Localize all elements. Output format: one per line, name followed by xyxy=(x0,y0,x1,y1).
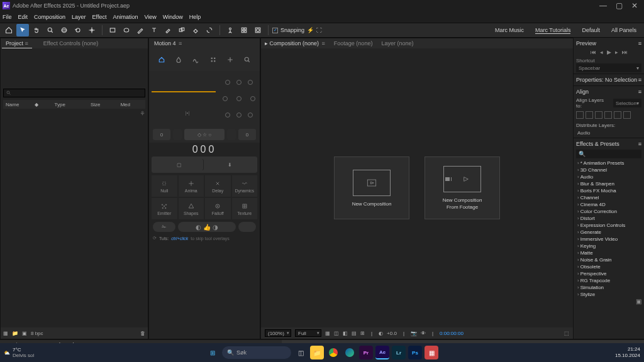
photoshop-icon[interactable]: Ps xyxy=(408,346,422,359)
motion-step-left[interactable] xyxy=(173,129,182,140)
viewer-opt-2[interactable]: ◫ xyxy=(334,331,339,336)
viewer-3d-icon[interactable]: ⬚ xyxy=(564,331,569,336)
motion-tool-emitter[interactable]: Emitter xyxy=(152,198,177,219)
close-button[interactable]: ✕ xyxy=(631,1,638,10)
motion-dot[interactable] xyxy=(223,96,228,101)
taskbar-clock[interactable]: 21:24 15.10.2024 xyxy=(615,346,640,358)
ellipse-tool[interactable] xyxy=(120,24,133,36)
viewer-opt-3[interactable]: ◧ xyxy=(343,331,348,336)
motion-step-right[interactable] xyxy=(227,129,236,140)
motion-tool-falloff[interactable]: Falloff xyxy=(205,198,231,219)
audio-label[interactable]: Audio xyxy=(576,129,641,136)
task-view-icon[interactable]: ◫ xyxy=(294,346,308,359)
effect-cat[interactable]: Obsolete xyxy=(576,263,641,270)
effect-cat[interactable]: Audio xyxy=(576,173,641,180)
shortcut-dropdown[interactable]: Spacebar▾ xyxy=(576,63,641,72)
effect-cat[interactable]: Keying xyxy=(576,243,641,250)
maximize-button[interactable]: ▢ xyxy=(616,1,623,10)
goto-start-icon[interactable]: ⏮ xyxy=(591,49,596,55)
motion-dot[interactable] xyxy=(236,80,242,85)
taskbar-weather[interactable]: ⛅ 7°CDelvis sol xyxy=(4,347,34,358)
workspace-all-panels[interactable]: All Panels xyxy=(611,27,636,34)
effect-cat[interactable]: Generate xyxy=(576,229,641,236)
tab-footage[interactable]: Footage (none) xyxy=(334,40,373,47)
edge-icon[interactable] xyxy=(343,346,357,359)
motion-tool-shapes[interactable]: Shapes xyxy=(179,198,204,219)
align-hcenter-icon[interactable] xyxy=(586,111,593,119)
menu-layer[interactable]: Layer xyxy=(72,14,86,20)
new-folder-icon[interactable]: 📁 xyxy=(12,331,18,336)
motion-pill-2[interactable]: ◐ 👍 ◑ xyxy=(178,222,236,232)
effect-cat[interactable]: Color Correction xyxy=(576,208,641,215)
menu-effect[interactable]: Effect xyxy=(92,14,107,20)
trash-icon[interactable]: 🗑 xyxy=(140,331,145,336)
eraser-tool[interactable] xyxy=(189,24,202,36)
menu-animation[interactable]: Animation xyxy=(113,14,138,20)
effect-cat[interactable]: Expression Controls xyxy=(576,222,641,229)
effect-cat[interactable]: 3D Channel xyxy=(576,167,641,173)
motion-tool-null[interactable]: Null xyxy=(152,175,177,197)
effect-cat[interactable]: Immersive Video xyxy=(576,236,641,243)
tab-motion4[interactable]: Motion 4 ≡ xyxy=(150,39,186,48)
motion-dot[interactable] xyxy=(225,80,230,85)
properties-menu-icon[interactable]: ≡ xyxy=(638,77,641,83)
motion-home-icon[interactable] xyxy=(155,53,169,67)
workspace-marc-music[interactable]: Marc Music xyxy=(495,27,524,34)
puppet-tool[interactable] xyxy=(224,24,236,36)
project-search[interactable] xyxy=(3,89,145,97)
interpret-icon[interactable]: ▦ xyxy=(3,331,8,336)
motion-tool-dynamics[interactable]: Dynamics xyxy=(232,175,258,197)
tab-composition[interactable]: ▸ Composition (none) ≡ xyxy=(265,40,325,47)
effect-cat[interactable]: Blur & Sharpen xyxy=(576,180,641,187)
text-tool[interactable] xyxy=(148,24,160,36)
motion-grid-icon[interactable] xyxy=(206,53,220,67)
tab-project[interactable]: Project ≡ xyxy=(2,39,32,48)
motion-pill-3[interactable] xyxy=(238,222,256,232)
menu-edit[interactable]: Edit xyxy=(18,14,28,20)
motion-tool-delay[interactable]: Delay xyxy=(205,175,231,197)
zoom-tool[interactable] xyxy=(44,24,57,36)
tab-effect-controls[interactable]: Effect Controls (none) xyxy=(40,39,102,48)
minimize-button[interactable]: — xyxy=(599,1,607,10)
timecode[interactable]: 0:00:00:00 xyxy=(440,331,464,336)
motion-val-right[interactable]: 0 xyxy=(238,129,256,140)
motion-dot[interactable] xyxy=(225,112,230,118)
snapshot-icon[interactable]: 📷 xyxy=(411,331,417,336)
menu-composition[interactable]: Composition xyxy=(34,14,65,20)
mask-icon[interactable] xyxy=(252,24,264,36)
roto-tool[interactable] xyxy=(203,24,216,36)
effects-new-icon[interactable]: ▣ xyxy=(576,298,641,305)
motion-drop-icon[interactable] xyxy=(172,53,186,67)
viewer-opt-4[interactable]: ▤ xyxy=(352,331,357,336)
col-type[interactable]: Type xyxy=(55,102,65,107)
snapping-checkbox[interactable]: ✓ xyxy=(272,28,278,33)
align-to-dropdown[interactable]: Selection▾ xyxy=(613,99,641,107)
new-comp-icon[interactable]: ▣ xyxy=(22,331,27,336)
motion-bounce-icon[interactable] xyxy=(189,53,203,67)
snap-options-icon[interactable]: ⚡ xyxy=(307,27,314,33)
flow-icon[interactable]: ⚘ xyxy=(3,110,145,117)
anchor-tool[interactable] xyxy=(86,24,98,36)
effect-cat[interactable]: Noise & Grain xyxy=(576,256,641,263)
motion-pill-1[interactable]: ✁ xyxy=(153,222,175,232)
effect-cat[interactable]: Matte xyxy=(576,250,641,256)
new-composition-card[interactable]: New Composition xyxy=(334,156,409,219)
align-vcenter-icon[interactable] xyxy=(614,111,621,119)
home-button[interactable] xyxy=(3,24,15,36)
brush-tool[interactable] xyxy=(162,24,174,36)
menu-file[interactable]: File xyxy=(3,14,12,20)
clone-tool[interactable] xyxy=(175,24,188,36)
tab-layer[interactable]: Layer (none) xyxy=(381,40,413,47)
hand-tool[interactable] xyxy=(30,24,43,36)
resolution-dropdown[interactable]: Full xyxy=(295,329,321,337)
menu-window[interactable]: Window xyxy=(163,14,183,20)
aftereffects-icon[interactable]: Ae xyxy=(375,346,389,359)
workspace-default[interactable]: Default xyxy=(582,27,600,34)
app-icon[interactable]: ▦ xyxy=(425,346,438,359)
motion-dot[interactable] xyxy=(236,112,242,118)
motion-dot[interactable] xyxy=(236,96,242,101)
align-menu-icon[interactable]: ≡ xyxy=(638,89,641,95)
grid-icon[interactable] xyxy=(238,24,250,36)
show-snapshot-icon[interactable]: 👁 xyxy=(421,331,426,336)
motion-slider[interactable] xyxy=(152,91,216,92)
